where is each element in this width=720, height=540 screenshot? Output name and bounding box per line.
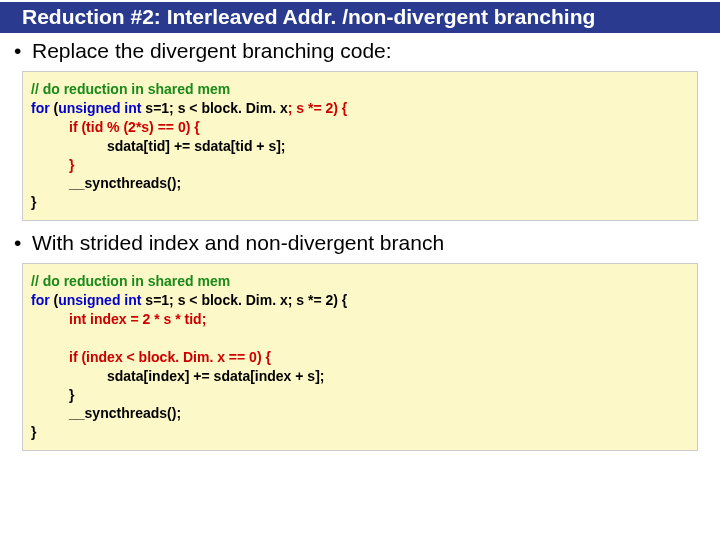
- code2-body: sdata[index] += sdata[index + s];: [31, 367, 689, 386]
- code1-line1: for (unsigned int s=1; s < block. Dim. x…: [31, 99, 689, 118]
- code2-uint: unsigned int: [58, 292, 141, 308]
- bullet-dot: •: [14, 39, 32, 63]
- code2-cond: s=1; s < block. Dim. x: [141, 292, 287, 308]
- bullet-2: •With strided index and non-divergent br…: [14, 231, 720, 255]
- code-block-2: // do reduction in shared mem for (unsig…: [22, 263, 698, 451]
- slide: Reduction #2: Interleaved Addr. /non-div…: [0, 2, 720, 540]
- code2-comment: // do reduction in shared mem: [31, 272, 689, 291]
- bullet-2-text: With strided index and non-divergent bra…: [32, 231, 444, 254]
- code1-body: sdata[tid] += sdata[tid + s];: [31, 137, 689, 156]
- code1-paren: (: [50, 100, 59, 116]
- code1-if: if (tid % (2*s) == 0) {: [31, 118, 689, 137]
- code2-sync: __syncthreads();: [31, 404, 689, 423]
- bullet-1-text: Replace the divergent branching code:: [32, 39, 392, 62]
- code1-sync: __syncthreads();: [31, 174, 689, 193]
- code2-line1: for (unsigned int s=1; s < block. Dim. x…: [31, 291, 689, 310]
- code2-for: for: [31, 292, 50, 308]
- code-block-1: // do reduction in shared mem for (unsig…: [22, 71, 698, 221]
- code2-if: if (index < block. Dim. x == 0) {: [31, 348, 689, 367]
- code2-index: int index = 2 * s * tid;: [31, 310, 689, 329]
- code2-gap: [31, 329, 689, 348]
- code1-for: for: [31, 100, 50, 116]
- bullet-dot: •: [14, 231, 32, 255]
- code1-comment: // do reduction in shared mem: [31, 80, 689, 99]
- code1-close-for: }: [31, 193, 689, 212]
- code1-uint: unsigned int: [58, 100, 141, 116]
- code2-close-if: }: [31, 386, 689, 405]
- code1-close-if: }: [31, 156, 689, 175]
- code1-cond: s=1; s < block. Dim. x: [141, 100, 287, 116]
- slide-title: Reduction #2: Interleaved Addr. /non-div…: [0, 2, 720, 33]
- code1-step: ; s *= 2) {: [288, 100, 348, 116]
- bullet-1: •Replace the divergent branching code:: [14, 39, 720, 63]
- code2-paren: (: [50, 292, 59, 308]
- code2-close-for: }: [31, 423, 689, 442]
- code2-step: ; s *= 2) {: [288, 292, 348, 308]
